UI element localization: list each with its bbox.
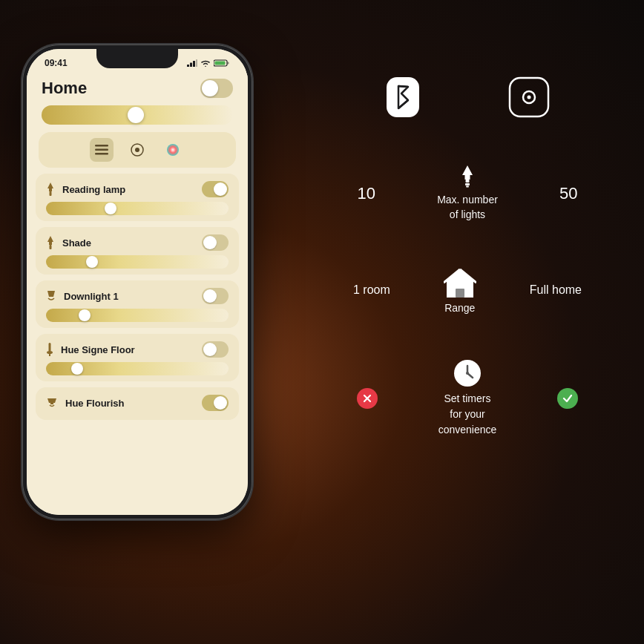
floor-lamp-icon [46, 343, 53, 356]
light-toggle[interactable] [202, 341, 229, 358]
x-icon [362, 393, 372, 404]
tab-list[interactable] [90, 138, 114, 162]
tab-colors[interactable] [161, 138, 185, 162]
range-label: Range [444, 266, 476, 314]
light-name: Downlight 1 [64, 291, 119, 302]
timers-yes-indicator [557, 388, 578, 409]
svg-rect-0 [187, 65, 189, 67]
list-item: Reading lamp [36, 174, 239, 221]
svg-rect-9 [95, 153, 108, 155]
home-toggle[interactable] [200, 79, 233, 98]
phone-frame: 09:41 [22, 45, 252, 519]
svg-rect-15 [49, 343, 51, 352]
light-slider[interactable] [46, 255, 229, 269]
brightness-slider[interactable] [42, 105, 233, 125]
svg-rect-27 [456, 289, 464, 298]
svg-rect-24 [465, 180, 469, 183]
light-toggle[interactable] [202, 288, 229, 304]
phone-screen: 09:41 [27, 49, 248, 515]
max-lights-row: 10 Max. number of lights 50 [312, 157, 623, 229]
lamp-icon [46, 236, 55, 249]
svg-rect-1 [190, 63, 192, 68]
svg-text:®: ® [411, 78, 415, 85]
check-icon [562, 393, 573, 404]
range-max-value: Full home [530, 283, 582, 297]
light-slider[interactable] [46, 309, 229, 322]
svg-rect-17 [49, 354, 50, 356]
light-slider[interactable] [46, 202, 229, 215]
max-lights-value: 50 [559, 184, 577, 203]
hub-feature [507, 75, 551, 119]
bluetooth-feature: ® [384, 74, 422, 120]
svg-rect-26 [466, 186, 469, 188]
bluetooth-icon: ® [384, 74, 422, 120]
list-item: Downlight 1 [36, 280, 239, 328]
clock-icon [453, 358, 482, 388]
phone-mockup: 09:41 [22, 45, 297, 623]
scenes-icon [131, 143, 144, 157]
lights-lamp-icon [459, 165, 476, 193]
svg-rect-6 [215, 62, 226, 65]
range-min-value: 1 room [353, 283, 390, 297]
svg-point-23 [528, 96, 531, 99]
connectivity-row: ® [312, 59, 623, 135]
app-header: Home [27, 71, 248, 102]
svg-rect-18 [50, 403, 53, 404]
tab-bar [39, 132, 236, 168]
svg-rect-25 [465, 183, 470, 185]
timers-text: Set timers for your convenience [438, 391, 497, 438]
svg-point-12 [167, 144, 179, 156]
house-icon [444, 266, 476, 299]
max-lights-label-text: Max. number of lights [437, 193, 498, 222]
light-toggle[interactable] [202, 234, 229, 251]
light-name: Hue Flourish [65, 398, 124, 409]
downlight-icon [46, 291, 56, 301]
battery-icon [214, 59, 230, 67]
svg-point-11 [135, 148, 139, 152]
light-toggle[interactable] [202, 395, 229, 411]
features-area: ® 10 Max. num [312, 59, 623, 594]
light-name: Hue Signe Floor [61, 344, 135, 355]
light-toggle[interactable] [202, 181, 229, 197]
list-item: Shade [36, 227, 239, 275]
svg-rect-3 [196, 59, 197, 67]
svg-point-33 [466, 372, 469, 375]
svg-rect-13 [50, 191, 52, 196]
light-list: Reading lamp [27, 174, 248, 426]
light-name: Reading lamp [62, 184, 125, 195]
status-icons [187, 59, 230, 67]
colors-icon [166, 143, 180, 157]
phone-notch [96, 49, 178, 68]
wifi-icon [200, 59, 211, 67]
app-content: Home [27, 71, 248, 515]
max-lights-label: Max. number of lights [437, 165, 498, 222]
lamp-icon [46, 183, 55, 196]
svg-rect-7 [95, 145, 108, 147]
status-time: 09:41 [45, 58, 68, 68]
ceiling-lamp-icon [46, 398, 58, 407]
svg-point-16 [47, 351, 53, 354]
timers-no-indicator [357, 388, 378, 409]
range-label-text: Range [444, 302, 475, 314]
min-lights-value: 10 [358, 184, 375, 203]
tab-scenes[interactable] [125, 138, 149, 162]
light-name: Shade [62, 237, 91, 249]
timers-label: Set timers for your convenience [438, 358, 497, 438]
svg-rect-2 [193, 61, 195, 67]
svg-rect-5 [228, 62, 229, 65]
range-row: 1 room Range Full home [312, 259, 623, 321]
list-item: Hue Flourish [36, 387, 239, 420]
timers-row: Set timers for your convenience [312, 351, 623, 445]
svg-rect-8 [95, 149, 108, 151]
signal-icon [187, 59, 197, 67]
home-title: Home [42, 79, 87, 98]
list-item: Hue Signe Floor [36, 334, 239, 381]
light-slider[interactable] [46, 362, 229, 375]
svg-rect-14 [50, 245, 52, 249]
list-icon [95, 145, 108, 155]
hub-icon [507, 75, 551, 119]
